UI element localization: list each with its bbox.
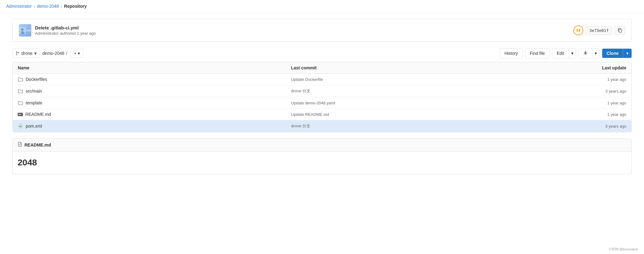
svg-text:user: user xyxy=(19,32,22,34)
commit-msg-cell: Update Dockerfile xyxy=(291,77,565,82)
markdown-icon: M↓ xyxy=(18,113,23,116)
repo-path: demo-2048 / xyxy=(42,51,68,56)
col-update-header: Last update xyxy=(564,65,626,70)
breadcrumb: Administrator › demo-2048 › Repository xyxy=(0,0,644,13)
file-name-cell: M↓ README.md xyxy=(18,112,291,117)
branch-chevron-icon: ▾ xyxy=(34,51,37,56)
xml-file-icon: XML xyxy=(18,124,23,129)
commit-msg-cell: Update README.md xyxy=(291,112,565,117)
branch-name: drone xyxy=(21,51,33,56)
commit-card-left: user Delete .gitlab-ci.yml Administrator… xyxy=(19,24,96,37)
commit-title: Delete .gitlab-ci.yml xyxy=(35,25,96,30)
clone-dropdown-button[interactable]: ▾ xyxy=(623,49,632,58)
commit-meta: Administrator authored 1 year ago xyxy=(35,31,96,36)
file-link[interactable]: template xyxy=(26,100,42,105)
svg-text:XML: XML xyxy=(19,125,23,127)
commit-authored: authored xyxy=(60,31,77,36)
readme-card: README.md 2048 xyxy=(12,138,632,174)
readme-title: 2048 xyxy=(18,158,626,168)
copy-hash-button[interactable] xyxy=(615,26,625,35)
last-update-cell: 3 years ago xyxy=(564,89,626,94)
file-link[interactable]: README.md xyxy=(25,112,51,117)
commit-hash: 3e73e01f xyxy=(586,26,612,35)
table-row: XML pom.xml drone 分支 3 years ago xyxy=(13,120,631,132)
readme-file-icon xyxy=(18,142,22,148)
file-link[interactable]: pom.xml xyxy=(26,124,42,129)
table-row: src/main drone 分支 3 years ago xyxy=(13,85,631,97)
avatar: user xyxy=(19,24,31,37)
folder-icon xyxy=(18,77,23,81)
pipeline-status-icon[interactable] xyxy=(573,25,583,35)
commit-card-right: 3e73e01f xyxy=(573,25,625,35)
col-commit-header: Last commit xyxy=(291,65,565,70)
edit-split-button: Edit ▾ xyxy=(552,48,576,58)
last-update-cell: 3 years ago xyxy=(564,124,626,129)
breadcrumb-sep2: › xyxy=(61,4,62,9)
main-content: user Delete .gitlab-ci.yml Administrator… xyxy=(0,13,644,180)
commit-msg-link[interactable]: Update Dockerfile xyxy=(291,77,323,82)
svg-rect-6 xyxy=(619,29,622,32)
file-name-cell: src/main xyxy=(18,89,291,94)
commit-msg-cell: Update demo-2048.yaml xyxy=(291,100,565,105)
breadcrumb-sep1: › xyxy=(33,4,35,9)
table-row: template Update demo-2048.yaml 1 year ag… xyxy=(13,97,631,109)
repo-controls-right: History Find file Edit ▾ ▾ Clone ▾ xyxy=(500,48,632,58)
last-update-cell: 1 year ago xyxy=(564,77,626,82)
download-icon xyxy=(583,50,588,55)
breadcrumb-current: Repository xyxy=(64,4,87,9)
last-update-cell: 1 year ago xyxy=(564,112,626,117)
download-split-button: ▾ xyxy=(579,48,600,58)
find-file-button[interactable]: Find file xyxy=(525,48,550,58)
download-dropdown-button[interactable]: ▾ xyxy=(592,48,599,58)
branch-icon xyxy=(16,51,20,55)
commit-msg-link[interactable]: drone 分支 xyxy=(291,124,311,128)
svg-rect-4 xyxy=(577,29,578,32)
commit-msg-link[interactable]: Update demo-2048.yaml xyxy=(291,101,335,105)
file-table-header: Name Last commit Last update xyxy=(13,62,631,74)
add-btn-chevron-icon: ▾ xyxy=(78,51,80,56)
file-table: Name Last commit Last update Dockerfiles… xyxy=(12,62,632,132)
readme-content: 2048 xyxy=(13,151,631,174)
file-link[interactable]: src/main xyxy=(26,89,42,94)
commit-time: 1 year ago xyxy=(77,31,96,36)
commit-msg-link[interactable]: Update README.md xyxy=(291,112,329,117)
breadcrumb-repo[interactable]: demo-2048 xyxy=(37,4,59,9)
commit-msg-link[interactable]: drone 分支 xyxy=(291,89,311,93)
commit-msg-cell: drone 分支 xyxy=(291,123,565,129)
readme-filename: README.md xyxy=(24,142,51,147)
plus-icon: + xyxy=(74,51,76,56)
svg-point-1 xyxy=(21,28,24,31)
add-file-button[interactable]: + ▾ xyxy=(70,49,83,58)
folder-icon xyxy=(18,89,23,93)
download-main-button[interactable] xyxy=(579,48,592,58)
col-name-header: Name xyxy=(18,65,291,70)
history-button[interactable]: History xyxy=(500,48,523,58)
breadcrumb-admin[interactable]: Administrator xyxy=(6,4,32,9)
branch-dropdown[interactable]: drone ▾ xyxy=(12,49,40,58)
commit-msg-cell: drone 分支 xyxy=(291,88,565,94)
last-update-cell: 1 year ago xyxy=(564,101,626,105)
commit-card: user Delete .gitlab-ci.yml Administrator… xyxy=(12,19,632,42)
repo-controls-left: drone ▾ demo-2048 / + ▾ xyxy=(12,49,83,58)
table-row: M↓ README.md Update README.md 1 year ago xyxy=(13,109,631,120)
edit-main-button[interactable]: Edit xyxy=(552,49,568,58)
repo-controls: drone ▾ demo-2048 / + ▾ History Find fil… xyxy=(12,48,632,58)
svg-rect-5 xyxy=(579,29,580,32)
file-name-cell: template xyxy=(18,100,291,105)
folder-icon xyxy=(18,101,23,105)
clone-button: Clone ▾ xyxy=(602,49,632,58)
commit-author: Administrator xyxy=(35,31,59,36)
commit-info: Delete .gitlab-ci.yml Administrator auth… xyxy=(35,25,96,36)
svg-point-8 xyxy=(16,54,17,55)
readme-header: README.md xyxy=(13,139,631,151)
table-row: Dockerfiles Update Dockerfile 1 year ago xyxy=(13,74,631,85)
clone-main-button[interactable]: Clone xyxy=(602,49,623,58)
svg-point-7 xyxy=(16,51,17,52)
file-name-cell: XML pom.xml xyxy=(18,124,291,129)
file-link[interactable]: Dockerfiles xyxy=(26,77,47,82)
edit-dropdown-button[interactable]: ▾ xyxy=(568,49,576,58)
file-name-cell: Dockerfiles xyxy=(18,77,291,82)
